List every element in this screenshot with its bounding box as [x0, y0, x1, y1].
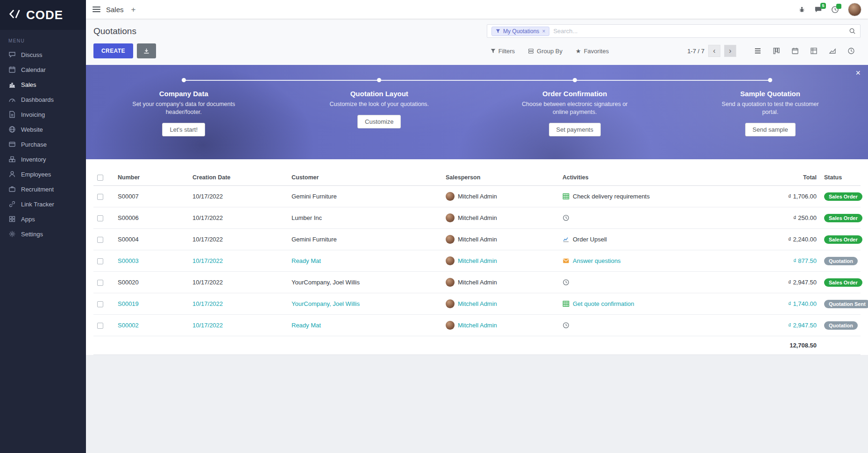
send-sample-button[interactable]: Send sample	[745, 123, 796, 136]
calendar-view-button[interactable]	[786, 44, 804, 58]
salesperson-avatar	[446, 299, 455, 308]
table-row[interactable]: S00007 10/17/2022 Gemini Furniture Mitch…	[93, 186, 861, 207]
customize-button[interactable]: Customize	[357, 115, 401, 128]
user-avatar[interactable]	[848, 3, 861, 16]
hamburger-menu-icon[interactable]	[92, 5, 100, 14]
activity-view-button[interactable]	[842, 44, 861, 58]
creation-date: 10/17/2022	[189, 293, 288, 315]
group-by-button[interactable]: Group By	[528, 48, 562, 55]
sidebar-item-purchase[interactable]: Purchase	[0, 137, 86, 152]
column-header-creation-date[interactable]: Creation Date	[189, 170, 288, 186]
sidebar-item-recruitment[interactable]: Recruitment	[0, 182, 86, 197]
filters-button[interactable]: Filters	[491, 48, 515, 55]
list-view-button[interactable]	[748, 44, 767, 58]
pager-next-button[interactable]: ›	[724, 45, 736, 57]
search-box[interactable]: My Quotations ×	[487, 24, 861, 38]
column-header-salesperson[interactable]: Salesperson	[442, 170, 559, 186]
sales-icon	[8, 81, 16, 88]
favorites-button[interactable]: ★ Favorites	[576, 48, 609, 55]
sidebar-item-discuss[interactable]: Discuss	[0, 47, 86, 62]
clock-icon[interactable]	[562, 322, 569, 329]
status-badge: Quotation	[824, 321, 858, 330]
column-header-customer[interactable]: Customer	[288, 170, 442, 186]
step-description: Customize the look of your quotations.	[324, 100, 434, 108]
column-header-status[interactable]: Status	[820, 170, 861, 186]
select-all-checkbox[interactable]	[97, 175, 103, 181]
activity-label: Check delivery requirements	[573, 193, 650, 200]
table-row[interactable]: S00002 10/17/2022 Ready Mat Mitchell Adm…	[93, 315, 861, 336]
pager-previous-button[interactable]: ‹	[708, 45, 720, 57]
sidebar-item-dashboards[interactable]: Dashboards	[0, 92, 86, 107]
download-icon	[143, 48, 150, 55]
row-checkbox[interactable]	[97, 215, 103, 221]
row-checkbox[interactable]	[97, 237, 103, 243]
creation-date: 10/17/2022	[189, 229, 288, 250]
kanban-view-icon	[773, 47, 780, 55]
person-icon	[8, 170, 16, 178]
clock-icon[interactable]	[562, 279, 569, 286]
search-filter-tag[interactable]: My Quotations ×	[491, 27, 549, 36]
table-row[interactable]: S00020 10/17/2022 YourCompany, Joel Will…	[93, 272, 861, 293]
graph-view-button[interactable]	[823, 44, 842, 58]
total-amount: ₫ 1,740.00	[755, 293, 820, 315]
status-badge: Sales Order	[824, 214, 862, 222]
sidebar-item-settings[interactable]: Settings	[0, 226, 86, 241]
status-badge: Sales Order	[824, 192, 862, 201]
table-row[interactable]: S00019 10/17/2022 YourCompany, Joel Will…	[93, 293, 861, 315]
remove-filter-icon[interactable]: ×	[542, 28, 545, 35]
lets-start-button[interactable]: Let's start!	[162, 123, 205, 136]
add-tab-icon[interactable]: +	[131, 6, 136, 14]
banner-close-icon[interactable]: ×	[855, 69, 861, 77]
step-title: Quotation Layout	[282, 90, 477, 98]
salesperson-avatar	[446, 213, 455, 222]
search-input[interactable]	[553, 28, 845, 35]
sidebar-item-invoicing[interactable]: Invoicing	[0, 107, 86, 122]
sidebar-item-link-tracker[interactable]: Link Tracker	[0, 197, 86, 212]
pivot-view-button[interactable]	[804, 44, 823, 58]
create-button[interactable]: CREATE	[93, 43, 133, 58]
row-checkbox[interactable]	[97, 301, 103, 307]
onboarding-banner: × Company Data Set your company's data f…	[86, 65, 868, 159]
table-row[interactable]: S00004 10/17/2022 Gemini Furniture Mitch…	[93, 229, 861, 250]
sidebar-item-calendar[interactable]: Calendar	[0, 62, 86, 77]
salesperson-avatar	[446, 278, 455, 287]
messages-icon[interactable]: 5	[814, 6, 822, 14]
app-logo[interactable]: CODE	[0, 0, 86, 30]
sidebar-item-sales[interactable]: Sales	[0, 77, 86, 92]
sidebar-item-label: Settings	[21, 231, 43, 238]
sidebar: CODE MENU Discuss Calendar Sales Dashboa…	[0, 0, 86, 453]
row-checkbox[interactable]	[97, 194, 103, 200]
clock-icon[interactable]	[562, 214, 569, 221]
row-checkbox[interactable]	[97, 280, 103, 286]
salesperson-avatar	[446, 235, 455, 244]
status-badge: Sales Order	[824, 235, 862, 244]
activities-icon[interactable]	[831, 6, 839, 14]
row-checkbox[interactable]	[97, 258, 103, 264]
total-amount: ₫ 1,706.00	[755, 186, 820, 207]
sidebar-item-apps[interactable]: Apps	[0, 212, 86, 226]
set-payments-button[interactable]: Set payments	[549, 123, 601, 136]
sidebar-item-employees[interactable]: Employees	[0, 167, 86, 182]
quotation-number: S00006	[114, 207, 189, 229]
column-header-total[interactable]: Total	[755, 170, 820, 186]
pager-range: 1-7 / 7	[687, 48, 704, 55]
table-row[interactable]: S00003 10/17/2022 Ready Mat Mitchell Adm…	[93, 250, 861, 272]
step-dot	[182, 78, 186, 82]
export-button[interactable]	[137, 43, 156, 58]
table-row[interactable]: S00006 10/17/2022 Lumber Inc Mitchell Ad…	[93, 207, 861, 229]
sidebar-item-website[interactable]: Website	[0, 122, 86, 137]
kanban-view-button[interactable]	[767, 44, 786, 58]
row-checkbox[interactable]	[97, 323, 103, 329]
current-app-name[interactable]: Sales	[106, 6, 124, 14]
column-header-number[interactable]: Number	[114, 170, 189, 186]
grand-total: 12,708.50	[755, 336, 820, 355]
sidebar-item-label: Apps	[21, 216, 35, 223]
search-icon[interactable]	[849, 28, 856, 35]
salesperson-name: Mitchell Admin	[458, 257, 497, 264]
sidebar-item-label: Purchase	[21, 141, 47, 148]
table-footer-row: 12,708.50	[93, 336, 861, 355]
column-header-activities[interactable]: Activities	[559, 170, 755, 186]
salesperson-avatar	[446, 256, 455, 265]
sidebar-item-inventory[interactable]: Inventory	[0, 152, 86, 167]
debug-icon[interactable]	[798, 6, 805, 13]
